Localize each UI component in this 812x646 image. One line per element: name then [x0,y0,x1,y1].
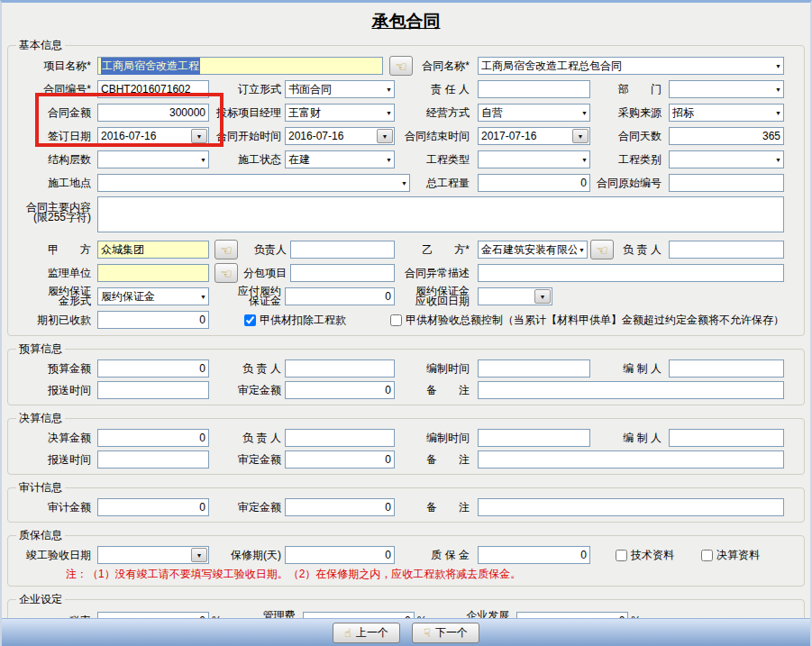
deduct-material-checkbox[interactable] [244,314,256,326]
row-amount: 合同金额 投标项目经理 王富财▼ 经营方式 自营▼ 采购来源 招标▼ [8,101,804,124]
party-b-label: 乙 方* [395,242,473,258]
hand-pointer-icon: ☜ [220,267,232,280]
amount-input[interactable] [97,104,209,122]
sign-date-dropdown-button[interactable]: ▼ [191,129,207,143]
start-date-picker[interactable]: ▼ [285,127,395,145]
sign-date-picker[interactable]: ▼ [97,127,209,145]
project-name-input[interactable]: 工商局宿舍改造工程 [97,57,383,75]
responsible-input[interactable] [478,80,590,98]
audit-approved-input[interactable] [285,498,395,516]
pick-supervisor-button[interactable]: ☜ [214,263,238,283]
bond-payable-input[interactable] [285,287,395,305]
party-b-combo[interactable]: 金石建筑安装有限公司▼ [478,241,588,259]
settlement-remark-input[interactable] [478,450,784,469]
budget-compiler-input[interactable] [669,359,784,378]
abnormal-input[interactable] [478,264,784,282]
audit-remark-label: 备 注 [395,500,473,515]
row-main-content: 合同主要内容 (限255字符) [8,195,804,238]
budget-approved-input[interactable] [285,381,395,399]
settlement-submit-time-input[interactable] [97,450,209,469]
pick-project-button[interactable]: ☜ [389,56,413,76]
start-date-dropdown-button[interactable]: ▼ [377,129,393,143]
subproject-input[interactable] [290,264,395,282]
row-warranty: 竣工验收日期 ▼ 保修期(天) 质 保 金 技术资料 决算资料 [8,544,804,566]
budget-remark-input[interactable] [478,381,784,399]
warranty-period-label: 保修期(天) [209,548,285,563]
budget-amount-input[interactable] [97,359,209,378]
operate-mode-combo[interactable]: 自营▼ [478,104,590,122]
party-a-input[interactable] [97,241,209,259]
warranty-note-text: 注：（1）没有竣工请不要填写竣工验收日期。（2）在保修期之内，应收工程款将减去质… [66,567,521,582]
contract-name-combo[interactable]: 工商局宿舍改造工程总包合同▼ [478,57,784,75]
party-a-mgr-label: 负责人 [238,242,290,258]
form-type-combo[interactable]: 书面合同▼ [285,80,395,98]
settlement-compiler-input[interactable] [669,429,784,447]
end-date-dropdown-button[interactable]: ▼ [572,129,588,143]
days-input[interactable] [669,127,784,145]
dropdown-arrow-icon: ▼ [775,157,781,163]
accept-date-picker[interactable]: ▼ [97,546,209,564]
pick-party-b-button[interactable]: ☜ [590,240,614,259]
audit-remark-input[interactable] [478,498,784,516]
next-button[interactable]: ☟ 下一个 [412,623,479,643]
settlement-approved-input[interactable] [285,450,395,469]
bid-manager-label: 投标项目经理 [209,105,285,121]
final-docs-checkbox[interactable] [701,550,713,561]
settlement-manager-input[interactable] [285,429,395,447]
bond-form-combo[interactable]: 履约保证金▼ [97,287,209,305]
material-control-checkbox-field[interactable]: 甲供材验收总额控制（当累计【材料甲供单】金额超过约定金额将不允许保存） [390,313,784,328]
audit-amount-input[interactable] [97,498,209,516]
bond-return-dropdown-button[interactable]: ▼ [534,289,551,304]
settlement-remark-label: 备 注 [395,452,473,468]
main-content-textarea[interactable] [97,196,784,232]
dropdown-arrow-icon: ▼ [200,294,206,300]
project-type-combo[interactable]: ▼ [478,150,590,168]
party-b-mgr-input[interactable] [669,241,784,259]
material-control-checkbox[interactable] [390,314,402,326]
initial-received-input[interactable] [97,311,209,329]
project-class-combo[interactable]: ▼ [669,150,784,168]
tech-docs-checkbox-field[interactable]: 技术资料 [616,548,674,563]
tech-docs-checkbox[interactable] [616,550,627,561]
dropdown-arrow-icon: ▼ [386,157,392,163]
project-name-label: 项目名称* [8,59,95,74]
budget-submit-time-input[interactable] [97,381,209,399]
previous-button[interactable]: ☝ 上一个 [333,623,400,643]
structure-floors-combo[interactable]: ▼ [97,150,209,168]
location-combo[interactable]: ▼ [97,174,410,192]
party-a-mgr-input[interactable] [290,241,395,259]
pick-party-a-button[interactable]: ☜ [214,240,238,259]
supervisor-input[interactable] [97,264,209,282]
settlement-amount-input[interactable] [97,429,209,447]
total-quantity-input[interactable] [478,174,590,192]
hand-pointer-icon: ☜ [395,59,406,73]
contract-no-input[interactable] [97,80,209,98]
retention-input[interactable] [478,546,590,564]
row-structure: 结构层数 ▼ 施工状态 在建▼ 工程类型 ▼ 工程类别 ▼ [8,148,804,171]
section-settlement-legend: 决算信息 [16,411,65,426]
main-content-label: 合同主要内容 (限255字符) [8,196,95,223]
budget-compiler-label: 编 制 人 [590,361,665,377]
row-audit: 审计金额 审定金额 备 注 [8,496,804,518]
final-docs-checkbox-field[interactable]: 决算资料 [701,548,760,563]
build-status-combo[interactable]: 在建▼ [285,150,395,168]
deduct-material-checkbox-field[interactable]: 甲供材扣除工程款 [244,313,346,328]
budget-manager-label: 负 责 人 [209,361,285,377]
contract-no-label: 合同编号* [8,82,95,97]
row-bond: 履约保证 金形式 履约保证金▼ 应付履约 保证金 履约保证金 应收回日期 ▼ [8,285,804,308]
accept-date-dropdown-button[interactable]: ▼ [191,548,207,562]
settlement-compile-time-input[interactable] [478,429,590,447]
original-no-input[interactable] [669,174,784,192]
bid-manager-combo[interactable]: 王富财▼ [285,104,395,122]
bond-return-date-picker[interactable]: ▼ [478,287,552,305]
party-a-label: 甲 方 [8,242,95,258]
section-basic-info: 基本信息 项目名称* 工商局宿舍改造工程 ☜ 合同名称* 工商局宿舍改造工程总包… [7,38,805,336]
row-settlement-1: 决算金额 负 责 人 编制时间 编 制 人 [8,427,804,449]
department-combo[interactable]: ▼ [669,80,784,98]
budget-manager-input[interactable] [285,359,395,378]
purchase-source-combo[interactable]: 招标▼ [669,104,784,122]
budget-compile-time-input[interactable] [478,359,590,378]
budget-submit-time-label: 报送时间 [8,383,95,398]
end-date-picker[interactable]: ▼ [478,127,590,145]
warranty-period-input[interactable] [285,546,395,564]
